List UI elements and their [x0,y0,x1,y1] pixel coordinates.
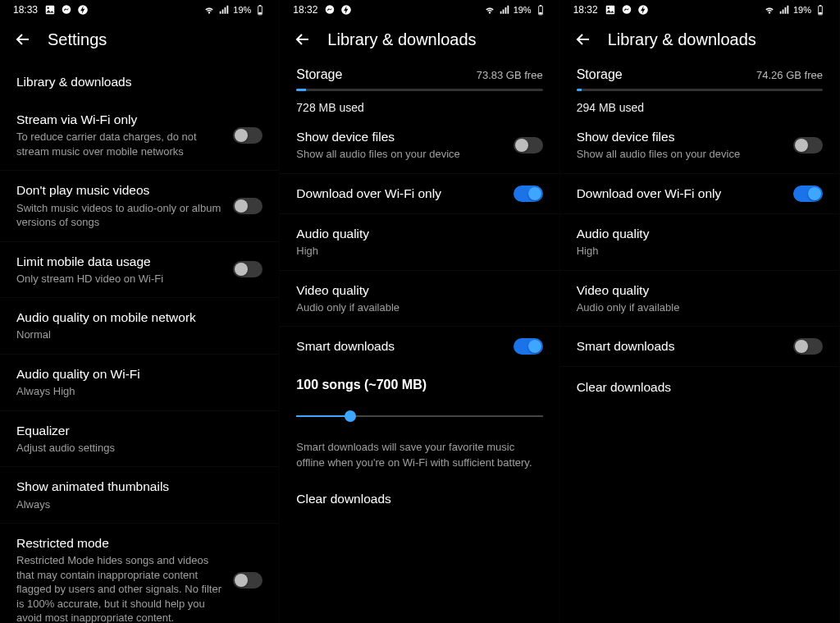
storage-used: 294 MB used [577,101,823,114]
row-label: Clear downloads [577,380,671,394]
row-dont-play-videos[interactable]: Don't play music videos Switch music vid… [0,171,279,241]
battery-pct: 19% [514,5,532,15]
messenger-icon [61,4,72,16]
row-limit-mobile-data[interactable]: Limit mobile data usage Only stream HD v… [0,242,279,299]
status-time: 18:33 [13,4,38,16]
toggle-download-wifi[interactable] [514,186,543,202]
row-download-wifi-only[interactable]: Download over Wi-Fi only [280,174,559,214]
row-sub: Always [16,497,262,512]
svg-rect-11 [539,12,542,14]
status-bar: 18:32 19% [280,0,559,20]
row-label: Equalizer [16,423,262,439]
toggle-restricted[interactable] [233,572,262,589]
svg-rect-17 [819,5,821,6]
image-icon [605,4,616,16]
row-equalizer[interactable]: Equalizer Adjust audio settings [0,411,279,468]
row-label: Show device files [577,129,782,145]
section-library-downloads[interactable]: Library & downloads [0,59,279,100]
row-smart-downloads[interactable]: Smart downloads [560,327,839,367]
toggle-limit-mobile[interactable] [233,261,262,277]
row-label: Restricted mode [16,535,221,552]
battery-pct: 19% [793,5,811,15]
storage-title: Storage [577,67,623,82]
toggle-stream-wifi[interactable] [233,127,262,144]
toggle-download-wifi[interactable] [793,186,823,202]
back-button[interactable] [293,30,313,49]
row-animated-thumbnails[interactable]: Show animated thumbnails Always [0,467,279,524]
row-sub: To reduce carrier data charges, do not s… [16,130,221,158]
smart-downloads-slider-block: 100 songs (~700 MB) Smart downloads will… [280,366,559,478]
screen-settings: 18:33 19% Settings Library & downloads S… [0,0,280,623]
row-label: Smart downloads [296,338,501,355]
row-label: Show animated thumbnails [16,479,262,495]
bolt-icon [637,4,649,16]
bolt-icon [77,4,89,16]
svg-point-13 [607,7,609,9]
row-restricted-mode[interactable]: Restricted mode Restricted Mode hides so… [0,524,279,623]
storage-title: Storage [296,67,342,82]
svg-rect-10 [539,5,541,6]
row-show-device-files[interactable]: Show device files Show all audio files o… [560,117,839,174]
storage-free: 74.26 GB free [756,69,823,81]
row-video-quality[interactable]: Video quality Audio only if available [280,271,559,328]
row-sub: High [577,244,823,259]
smart-downloads-slider[interactable] [296,410,542,422]
row-show-device-files[interactable]: Show device files Show all audio files o… [280,117,559,174]
svg-rect-18 [819,12,822,14]
storage-block: Storage 74.26 GB free 294 MB used [560,59,839,117]
storage-bar [577,89,823,91]
toggle-show-device-files[interactable] [793,137,823,153]
messenger-icon [324,4,336,16]
row-clear-downloads[interactable]: Clear downloads [560,367,839,408]
library-body: Storage 73.83 GB free 728 MB used Show d… [280,59,559,623]
storage-block: Storage 73.83 GB free 728 MB used [280,59,559,117]
row-sub: Audio only if available [296,300,542,315]
back-button[interactable] [13,30,33,49]
row-download-wifi-only[interactable]: Download over Wi-Fi only [560,174,839,214]
row-smart-downloads[interactable]: Smart downloads [280,327,559,366]
row-video-quality[interactable]: Video quality Audio only if available [560,271,839,328]
row-sub: Adjust audio settings [16,441,262,456]
slider-title: 100 songs (~700 MB) [296,378,542,392]
storage-fill [296,89,306,91]
arrow-left-icon [293,30,313,49]
row-audio-quality-mobile[interactable]: Audio quality on mobile network Normal [0,298,279,355]
wifi-icon [203,4,215,16]
row-sub: Always High [16,384,262,399]
status-time: 18:32 [293,4,317,16]
row-audio-quality[interactable]: Audio quality High [280,214,559,271]
toggle-smart-downloads[interactable] [514,338,543,355]
toggle-dont-play-videos[interactable] [233,198,262,214]
screen-library-downloads-b: 18:32 19% Library & downloads Storage 74… [560,0,840,623]
page-title: Settings [48,30,107,49]
row-stream-wifi-only[interactable]: Stream via Wi-Fi only To reduce carrier … [0,100,279,171]
section-label: Library & downloads [16,74,262,90]
toggle-smart-downloads[interactable] [793,338,823,355]
row-clear-downloads[interactable]: Clear downloads [280,479,559,520]
status-right: 19% [203,4,266,16]
signal-icon [499,4,510,16]
bolt-icon [340,4,352,16]
svg-rect-12 [605,6,614,15]
battery-pct: 19% [233,5,251,15]
back-button[interactable] [573,30,593,49]
row-label: Video quality [577,282,823,299]
row-sub: Restricted Mode hides songs and videos t… [16,553,221,623]
page-title: Library & downloads [608,30,756,49]
row-audio-quality-wifi[interactable]: Audio quality on Wi-Fi Always High [0,355,279,411]
messenger-icon [621,4,632,16]
battery-icon [254,4,266,16]
status-left: 18:33 [13,4,89,16]
storage-fill [577,89,582,91]
svg-rect-6 [259,12,262,14]
wifi-icon [484,4,495,16]
appbar: Library & downloads [560,20,839,59]
row-audio-quality[interactable]: Audio quality High [560,214,839,271]
status-time: 18:32 [573,4,598,16]
row-label: Clear downloads [296,492,390,506]
toggle-show-device-files[interactable] [514,137,543,153]
row-sub: Switch music videos to audio-only or alb… [16,201,221,230]
arrow-left-icon [13,30,33,49]
status-right: 19% [764,4,826,16]
page-title: Library & downloads [327,30,476,49]
